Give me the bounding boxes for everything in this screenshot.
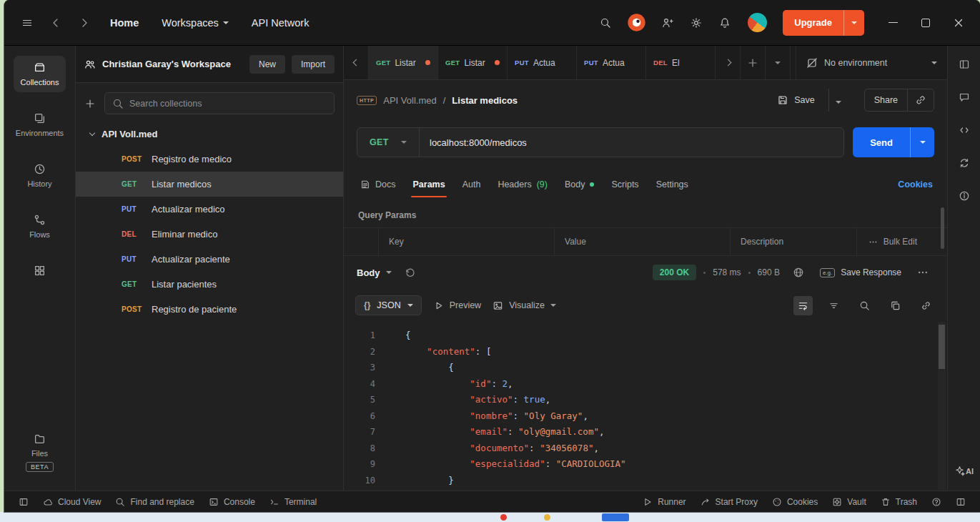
more-options-icon[interactable] [911,261,934,284]
copy-link-icon[interactable] [907,89,934,111]
method-selector[interactable]: GET [357,128,420,157]
network-info-icon[interactable] [787,261,810,284]
request-tab-settings[interactable]: Settings [648,169,696,200]
scrollbar-thumb[interactable] [939,325,945,369]
save-button[interactable]: Save [770,89,822,111]
tab-get-listar[interactable]: GETListar [369,46,438,79]
pane-scrollbar-thumb[interactable] [941,207,944,249]
new-button[interactable]: New [249,55,285,74]
environment-selector[interactable]: No environment [796,46,947,79]
bell-icon[interactable] [713,11,736,34]
rail-item-blocks[interactable] [26,259,53,282]
footer-split[interactable] [949,491,973,512]
footer-panel-toggle[interactable] [11,491,36,512]
request-tab-body[interactable]: Body [557,169,603,200]
save-options-button[interactable] [828,89,848,112]
request-tab-params[interactable]: Params [405,169,452,200]
request-actualizar-medico[interactable]: PUTActualizar medico [76,197,343,222]
rail-item-history[interactable]: History [20,157,59,194]
nav-home[interactable]: Home [102,17,147,29]
search-icon[interactable] [594,11,617,34]
minimize-button[interactable] [883,13,903,33]
copy-button[interactable] [886,296,905,315]
rail-item-flows[interactable]: Flows [22,208,57,245]
footer-find-replace[interactable]: Find and replace [108,491,201,512]
request-listar-pacientes[interactable]: GETListar pacientes [76,272,343,297]
scrollbar-track[interactable] [938,322,946,491]
postbot-icon[interactable] [627,13,646,32]
share-button[interactable]: Share [865,90,907,110]
response-format-selector[interactable]: {} JSON [355,295,422,315]
request-tab-auth[interactable]: Auth [455,169,489,200]
back-icon[interactable] [44,11,67,34]
search-response-button[interactable] [855,296,874,315]
request-registro-de-medico[interactable]: POSTRegistro de medico [76,147,343,172]
upgrade-button[interactable]: Upgrade [783,10,864,36]
rail-item-environments[interactable]: Environments [9,107,71,143]
nav-api-network[interactable]: API Network [243,17,318,29]
link-button[interactable] [916,296,936,315]
request-tab-docs[interactable]: Docs [352,169,403,200]
select-all-cell[interactable] [344,228,378,255]
footer-terminal[interactable]: Terminal [262,491,324,512]
visualize-button[interactable]: Visualize [493,300,556,311]
search-collections-input[interactable] [129,99,327,109]
request-tab-scripts[interactable]: Scripts [603,169,646,200]
filter-button[interactable] [824,296,843,315]
response-history-icon[interactable] [399,261,422,284]
search-collections-box[interactable] [104,92,335,114]
upgrade-dropdown-button[interactable] [843,10,864,36]
breadcrumb-collection[interactable]: API Voll.med [383,95,436,106]
preview-button[interactable]: Preview [433,300,481,311]
request-tab-headers[interactable]: Headers(9) [490,169,555,200]
save-response-button[interactable]: e.g. Save Response [817,267,904,277]
workspace-name[interactable]: Christian Garay's Workspace [102,59,243,69]
info-button[interactable] [959,190,970,202]
main-menu-icon[interactable] [16,11,39,34]
cookies-link[interactable]: Cookies [898,179,939,189]
nav-workspaces[interactable]: Workspaces [153,17,237,29]
scroll-tabs-right-button[interactable] [716,46,741,79]
invite-user-icon[interactable] [656,11,679,34]
footer-cookies[interactable]: Cookies [765,491,825,512]
close-button[interactable] [949,13,969,33]
wrap-text-button[interactable] [793,296,813,315]
send-options-button[interactable] [910,127,934,157]
request-listar-medicos[interactable]: GETListar medicos [76,172,343,197]
footer-help[interactable] [924,491,949,512]
request-eliminar-medico[interactable]: DELEliminar medico [76,222,343,247]
pull-requests-button[interactable] [959,157,970,169]
bulk-edit-button[interactable]: Bulk Edit [856,228,929,255]
gear-icon[interactable] [685,11,708,34]
footer-console[interactable]: Console [202,491,262,512]
tab-put-actua[interactable]: PUTActua [577,46,646,79]
footer-trash[interactable]: Trash [873,491,924,512]
scroll-tabs-left-button[interactable] [344,46,369,79]
collection-item[interactable]: API Voll.med [76,122,343,147]
new-tab-button[interactable] [741,46,766,79]
postbot-ai-button[interactable]: AI [954,466,974,476]
tab-options-button[interactable] [766,46,791,79]
send-button[interactable]: Send [853,127,934,157]
tab-del-el[interactable]: DELEl [646,46,716,79]
rail-item-files[interactable]: FilesBETA [19,427,61,478]
forward-icon[interactable] [73,11,96,34]
add-collection-icon[interactable] [84,98,96,109]
tab-put-actua[interactable]: PUTActua [508,46,577,79]
rail-item-collections[interactable]: Collections [14,56,66,92]
request-registro-de-paciente[interactable]: POSTRegistro de paciente [76,297,343,322]
code-button[interactable] [959,124,970,136]
footer-vault[interactable]: Vault [825,491,873,512]
import-button[interactable]: Import [292,55,335,74]
footer-cloud-view[interactable]: Cloud View [36,491,108,512]
request-actualizar-paciente[interactable]: PUTActualizar paciente [76,247,343,272]
maximize-button[interactable] [916,13,936,33]
documentation-button[interactable] [959,59,970,70]
avatar[interactable] [748,13,767,32]
tab-get-listar[interactable]: GETListar [438,46,508,79]
footer-runner[interactable]: Runner [635,491,693,512]
response-body-selector[interactable]: Body [357,267,392,278]
comments-button[interactable] [959,92,970,103]
url-input[interactable] [420,137,843,148]
footer-start-proxy[interactable]: Start Proxy [693,491,765,512]
